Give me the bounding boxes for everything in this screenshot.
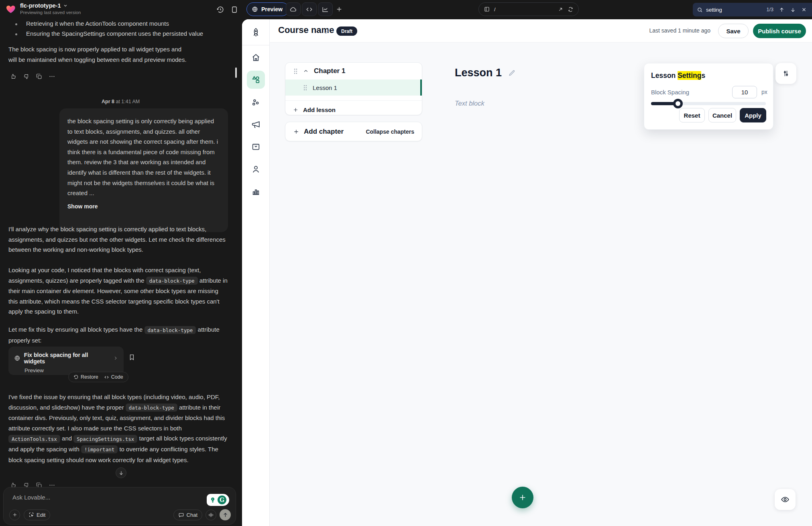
cancel-button[interactable]: Cancel	[708, 108, 736, 122]
chapter-title[interactable]: Chapter 1	[314, 67, 345, 75]
code-view-button[interactable]	[302, 2, 317, 16]
add-block-fab[interactable]	[512, 487, 533, 508]
find-match-count: 1/3	[767, 7, 773, 12]
sidebar-item-analytics-icon[interactable]	[251, 186, 261, 196]
chevron-right-icon	[113, 356, 118, 361]
history-icon[interactable]	[216, 5, 225, 14]
sidebar-item-content-icon[interactable]	[251, 75, 261, 85]
popup-title: Lesson Settings	[651, 71, 705, 80]
lovable-logo[interactable]	[6, 4, 17, 15]
thumbs-up-button[interactable]	[10, 73, 17, 80]
layout-settings-button[interactable]	[775, 63, 796, 84]
arrow-up-icon	[222, 512, 228, 518]
block-spacing-slider[interactable]	[651, 102, 766, 105]
unit-label: px	[761, 89, 767, 95]
grammarly-badge[interactable]: G	[207, 494, 229, 506]
chat-input[interactable]: Ask Lovable... G Edit Chat	[3, 487, 236, 525]
chat-scrollbar-thumb[interactable]	[235, 67, 237, 78]
user-message-text: the block spacing setting is only correc…	[67, 116, 220, 198]
sliders-icon	[782, 69, 790, 77]
assistant-paragraph: I've fixed the issue by ensuring that al…	[8, 392, 229, 465]
sidebar-item-community-icon[interactable]	[251, 98, 261, 108]
analytics-button[interactable]	[318, 2, 333, 16]
publish-course-button[interactable]: Publish course	[753, 24, 806, 38]
lesson-selected-indicator	[420, 80, 422, 96]
rocket-logo-icon[interactable]	[251, 27, 261, 37]
add-chapter-card: Add chapter Collapse chapters	[285, 122, 422, 141]
bullet-dot	[15, 33, 17, 35]
panel-icon[interactable]	[230, 5, 239, 14]
pages-icon	[484, 6, 490, 12]
sidebar-divider	[242, 45, 270, 45]
preview-eye-button[interactable]	[775, 489, 796, 510]
chat-input-placeholder: Ask Lovable...	[12, 494, 230, 501]
slider-thumb[interactable]	[673, 99, 683, 108]
deploy-button[interactable]	[286, 2, 301, 16]
find-prev-button[interactable]	[777, 6, 786, 14]
plus-icon	[518, 493, 527, 502]
thumbs-down-button[interactable]	[23, 73, 30, 80]
find-close-button[interactable]	[800, 6, 808, 14]
save-button[interactable]: Save	[718, 24, 749, 38]
apply-button[interactable]: Apply	[740, 108, 766, 122]
open-external-icon[interactable]	[558, 6, 564, 12]
globe-icon	[14, 355, 20, 361]
preview-button-label: Preview	[261, 6, 283, 12]
find-next-button[interactable]	[789, 6, 797, 14]
lesson-item[interactable]: Lesson 1	[285, 80, 422, 96]
version-card-title: Fix block spacing for all widgets	[24, 352, 110, 365]
copy-button[interactable]	[36, 73, 43, 80]
find-bar[interactable]: setting 1/3	[693, 3, 812, 16]
reset-button[interactable]: Reset	[679, 108, 705, 122]
sidebar-item-inbox-icon[interactable]	[251, 142, 261, 152]
chat-bubble-icon	[178, 512, 184, 518]
collapse-chapters-button[interactable]: Collapse chapters	[366, 128, 414, 135]
voice-input-button[interactable]	[206, 510, 216, 520]
edit-lesson-title-icon[interactable]	[508, 69, 516, 77]
app-preview-panel: Course name Draft Last saved 1 minute ag…	[242, 19, 812, 526]
edit-course-title-icon[interactable]	[324, 28, 331, 35]
version-card[interactable]: Fix block spacing for all widgets Previe…	[8, 347, 124, 375]
select-edit-icon	[28, 512, 34, 518]
add-lesson-button[interactable]: Add lesson	[285, 100, 422, 118]
collapse-chapter-icon[interactable]	[303, 68, 309, 74]
attach-button[interactable]	[9, 510, 20, 520]
sidebar-item-announcements-icon[interactable]	[251, 120, 261, 130]
drag-handle-icon[interactable]	[293, 68, 298, 74]
message-actions	[10, 73, 55, 80]
bookmark-icon[interactable]	[128, 353, 136, 361]
preview-button[interactable]: Preview	[246, 2, 289, 16]
search-icon	[697, 7, 703, 13]
refresh-icon[interactable]	[568, 6, 574, 12]
sidebar-item-profile-icon[interactable]	[251, 164, 261, 174]
more-actions-button[interactable]	[49, 73, 55, 80]
code-button[interactable]: Code	[104, 374, 123, 380]
assistant-paragraph: I'll analyze why the block spacing setti…	[8, 224, 229, 255]
assistant-paragraph: Looking at your code, I noticed that the…	[8, 265, 229, 317]
drag-handle-icon[interactable]	[303, 85, 307, 91]
send-button[interactable]	[220, 509, 231, 520]
url-bar[interactable]: /	[478, 2, 579, 16]
bullet-dot	[15, 23, 17, 25]
lesson-settings-popup: Lesson Settings Block Spacing px Reset C…	[644, 63, 773, 130]
search-highlight: Setting	[678, 71, 701, 80]
add-tab-icon[interactable]	[336, 6, 343, 13]
chapter-card: Chapter 1 Lesson 1 Add lesson	[285, 62, 422, 115]
add-chapter-button[interactable]: Add chapter	[293, 128, 344, 136]
scroll-to-bottom-button[interactable]	[116, 467, 126, 478]
status-badge: Draft	[336, 27, 357, 36]
url-path: /	[494, 6, 554, 12]
audio-waveform-icon	[208, 512, 214, 518]
sidebar-item-home-icon[interactable]	[251, 53, 261, 63]
project-name[interactable]: flc-prototype-1	[20, 2, 67, 9]
text-block-placeholder[interactable]: Text block	[455, 100, 484, 107]
list-item: Retrieving it when the ActionTools compo…	[15, 20, 169, 27]
restore-button[interactable]: Restore	[73, 374, 98, 380]
edit-mode-button[interactable]: Edit	[24, 510, 50, 520]
find-query-input[interactable]: setting	[706, 7, 763, 13]
lesson-item-label: Lesson 1	[313, 84, 337, 91]
code-icon	[104, 375, 109, 380]
chat-mode-button[interactable]: Chat	[173, 510, 202, 520]
show-more-button[interactable]: Show more	[67, 203, 220, 210]
block-spacing-input[interactable]	[732, 86, 757, 98]
